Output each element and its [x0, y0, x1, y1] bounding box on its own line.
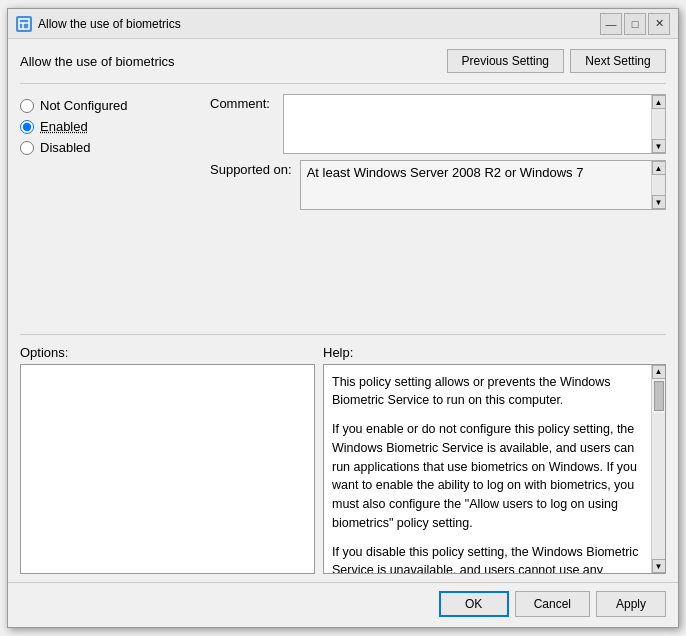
window-icon	[16, 16, 32, 32]
main-area: Not Configured Enabled Disabled Comm	[20, 94, 666, 324]
scroll-track	[652, 109, 665, 139]
help-header: Help:	[323, 345, 666, 360]
right-panel: Comment: ▲ ▼ Supported on: At least Wind…	[210, 94, 666, 324]
maximize-button[interactable]: □	[624, 13, 646, 35]
enabled-option[interactable]: Enabled	[20, 119, 210, 134]
comment-scrollbar[interactable]: ▲ ▼	[651, 95, 665, 153]
policy-title: Allow the use of biometrics	[20, 54, 175, 69]
cancel-button[interactable]: Cancel	[515, 591, 590, 617]
help-para-1: This policy setting allows or prevents t…	[332, 373, 647, 411]
supported-scroll-down[interactable]: ▼	[652, 195, 666, 209]
help-panel: Help: This policy setting allows or prev…	[323, 345, 666, 575]
close-button[interactable]: ✕	[648, 13, 670, 35]
help-scroll-up[interactable]: ▲	[652, 365, 666, 379]
dialog-window: Allow the use of biometrics — □ ✕ Allow …	[7, 8, 679, 628]
svg-rect-0	[19, 19, 29, 29]
help-para-2: If you enable or do not configure this p…	[332, 420, 647, 533]
disabled-radio[interactable]	[20, 141, 34, 155]
previous-setting-button[interactable]: Previous Setting	[447, 49, 564, 73]
apply-button[interactable]: Apply	[596, 591, 666, 617]
disabled-label: Disabled	[40, 140, 91, 155]
options-box	[20, 364, 315, 575]
help-text-content: This policy setting allows or prevents t…	[324, 365, 665, 574]
not-configured-radio[interactable]	[20, 99, 34, 113]
bottom-panels: Options: Help: This policy setting allow…	[20, 345, 666, 575]
disabled-option[interactable]: Disabled	[20, 140, 210, 155]
window-controls: — □ ✕	[600, 13, 670, 35]
help-box: This policy setting allows or prevents t…	[323, 364, 666, 575]
help-scroll-thumb[interactable]	[654, 381, 664, 411]
divider-1	[20, 83, 666, 84]
options-header: Options:	[20, 345, 315, 360]
title-bar: Allow the use of biometrics — □ ✕	[8, 9, 678, 39]
navigation-buttons: Previous Setting Next Setting	[447, 49, 666, 73]
dialog-content: Allow the use of biometrics Previous Set…	[8, 39, 678, 582]
supported-value-box: At least Windows Server 2008 R2 or Windo…	[300, 160, 666, 210]
top-row: Allow the use of biometrics Previous Set…	[20, 49, 666, 73]
enabled-label: Enabled	[40, 119, 88, 134]
comment-label: Comment:	[210, 94, 275, 111]
window-title: Allow the use of biometrics	[38, 17, 600, 31]
help-para-3: If you disable this policy setting, the …	[332, 543, 647, 574]
comment-section: Comment: ▲ ▼	[210, 94, 666, 154]
divider-2	[20, 334, 666, 335]
help-scrollbar[interactable]: ▲ ▼	[651, 365, 665, 574]
supported-scrollbar[interactable]: ▲ ▼	[651, 161, 665, 209]
supported-section: Supported on: At least Windows Server 20…	[210, 160, 666, 210]
left-panel: Not Configured Enabled Disabled	[20, 94, 210, 324]
help-scroll-track	[652, 413, 665, 560]
radio-group: Not Configured Enabled Disabled	[20, 98, 210, 155]
comment-area: ▲ ▼	[283, 94, 666, 154]
scroll-up-arrow[interactable]: ▲	[652, 95, 666, 109]
next-setting-button[interactable]: Next Setting	[570, 49, 666, 73]
supported-value: At least Windows Server 2008 R2 or Windo…	[301, 161, 665, 184]
footer: OK Cancel Apply	[8, 582, 678, 627]
not-configured-label: Not Configured	[40, 98, 127, 113]
ok-button[interactable]: OK	[439, 591, 509, 617]
scroll-down-arrow[interactable]: ▼	[652, 139, 666, 153]
help-scroll-down[interactable]: ▼	[652, 559, 666, 573]
supported-scroll-up[interactable]: ▲	[652, 161, 666, 175]
enabled-radio[interactable]	[20, 120, 34, 134]
supported-scroll-track	[652, 175, 665, 195]
options-panel: Options:	[20, 345, 315, 575]
supported-label: Supported on:	[210, 160, 292, 177]
not-configured-option[interactable]: Not Configured	[20, 98, 210, 113]
minimize-button[interactable]: —	[600, 13, 622, 35]
